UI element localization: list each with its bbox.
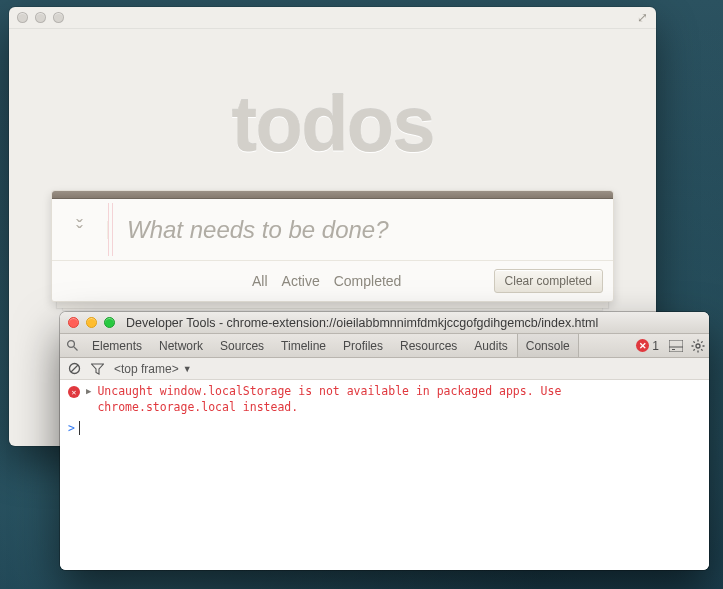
margin-rule bbox=[108, 203, 109, 256]
console-error-message: Uncaught window.localStorage is not avai… bbox=[97, 384, 701, 415]
tab-resources[interactable]: Resources bbox=[392, 334, 466, 357]
svg-point-5 bbox=[696, 344, 700, 348]
error-count-badge[interactable]: ✕ 1 bbox=[636, 334, 659, 357]
expand-triangle-icon[interactable]: ▶ bbox=[86, 386, 91, 396]
clear-completed-button[interactable]: Clear completed bbox=[494, 269, 603, 293]
chevron-down-icon: ˇ bbox=[52, 227, 107, 239]
filter-completed[interactable]: Completed bbox=[334, 273, 402, 289]
svg-marker-16 bbox=[92, 364, 104, 374]
toggle-drawer-icon[interactable] bbox=[665, 334, 687, 357]
tab-timeline[interactable]: Timeline bbox=[273, 334, 335, 357]
svg-line-15 bbox=[71, 365, 78, 372]
tab-sources[interactable]: Sources bbox=[212, 334, 273, 357]
card-accent-bar bbox=[52, 191, 613, 199]
error-icon: ✕ bbox=[636, 339, 649, 352]
devtools-titlebar: Developer Tools - chrome-extension://oie… bbox=[60, 312, 709, 334]
zoom-icon[interactable] bbox=[104, 317, 115, 328]
svg-rect-2 bbox=[669, 340, 683, 352]
svg-line-11 bbox=[701, 349, 702, 350]
svg-line-1 bbox=[74, 347, 78, 351]
card-main: ˇ ˇ bbox=[52, 199, 613, 261]
svg-line-13 bbox=[693, 349, 694, 350]
close-icon[interactable] bbox=[68, 317, 79, 328]
card-footer: All Active Completed Clear completed bbox=[52, 261, 613, 301]
close-icon[interactable] bbox=[17, 12, 28, 23]
app-body: todos ˇ ˇ All Active Completed Clear com… bbox=[9, 29, 656, 302]
app-title: todos bbox=[51, 79, 614, 170]
tab-profiles[interactable]: Profiles bbox=[335, 334, 392, 357]
frame-selector[interactable]: <top frame> ▼ bbox=[114, 362, 192, 376]
tab-audits[interactable]: Audits bbox=[466, 334, 516, 357]
clear-console-icon[interactable] bbox=[68, 362, 81, 375]
minimize-icon[interactable] bbox=[35, 12, 46, 23]
tab-network[interactable]: Network bbox=[151, 334, 212, 357]
error-count: 1 bbox=[652, 339, 659, 353]
filter-all[interactable]: All bbox=[252, 273, 268, 289]
svg-line-12 bbox=[701, 341, 702, 342]
filter-group: All Active Completed bbox=[252, 273, 401, 289]
new-todo-input[interactable] bbox=[113, 199, 613, 260]
tab-elements[interactable]: Elements bbox=[84, 334, 151, 357]
filter-icon[interactable] bbox=[91, 363, 104, 375]
console-error-row[interactable]: ✕ ▶ Uncaught window.localStorage is not … bbox=[68, 384, 701, 415]
search-icon[interactable] bbox=[60, 334, 84, 357]
app-titlebar: ⤢ bbox=[9, 7, 656, 29]
svg-point-0 bbox=[67, 341, 74, 348]
tab-console[interactable]: Console bbox=[517, 334, 579, 357]
frame-selector-label: <top frame> bbox=[114, 362, 179, 376]
error-icon: ✕ bbox=[68, 386, 80, 398]
prompt-chevron-icon: > bbox=[68, 421, 75, 435]
window-controls bbox=[17, 12, 64, 23]
expand-icon[interactable]: ⤢ bbox=[637, 10, 648, 25]
console-body[interactable]: ✕ ▶ Uncaught window.localStorage is not … bbox=[60, 380, 709, 570]
minimize-icon[interactable] bbox=[86, 317, 97, 328]
svg-line-10 bbox=[693, 341, 694, 342]
devtools-window: Developer Tools - chrome-extension://oie… bbox=[60, 312, 709, 570]
devtools-tabbar: Elements Network Sources Timeline Profil… bbox=[60, 334, 709, 358]
todo-card: ˇ ˇ All Active Completed Clear completed bbox=[51, 190, 614, 302]
console-toolbar: <top frame> ▼ bbox=[60, 358, 709, 380]
gear-icon[interactable] bbox=[687, 334, 709, 357]
console-prompt[interactable]: > bbox=[68, 421, 701, 435]
devtools-title: Developer Tools - chrome-extension://oie… bbox=[126, 316, 598, 330]
chevron-down-icon: ▼ bbox=[183, 364, 192, 374]
filter-active[interactable]: Active bbox=[282, 273, 320, 289]
zoom-icon[interactable] bbox=[53, 12, 64, 23]
text-cursor bbox=[79, 421, 87, 435]
toggle-all-button[interactable]: ˇ ˇ bbox=[52, 221, 108, 239]
